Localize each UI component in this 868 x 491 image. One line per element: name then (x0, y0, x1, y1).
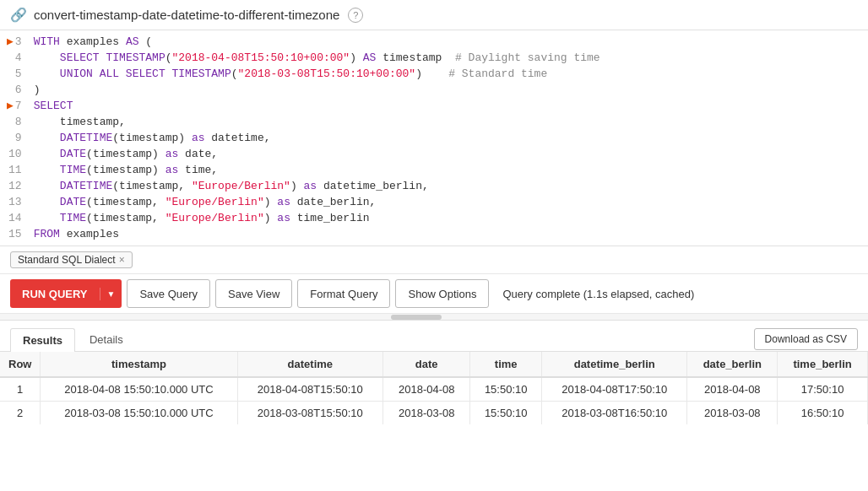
page-header: 🔗 convert-timestamp-date-datetime-to-dif… (0, 0, 868, 30)
table-row: 22018-03-08 15:50:10.000 UTC2018-03-08T1… (0, 402, 868, 425)
table-cell: 2018-03-08 15:50:10.000 UTC (41, 402, 237, 425)
query-status: Query complete (1.1s elapsed, cached) (502, 288, 694, 300)
code-line: DATE(timestamp) as date, (34, 146, 861, 162)
table-cell: 2018-03-08T15:50:10 (237, 402, 383, 425)
table-cell: 2 (0, 402, 41, 425)
table-header: datetime_berlin (541, 352, 687, 377)
format-query-button[interactable]: Format Query (297, 279, 390, 308)
results-tabs: Results Details Download as CSV (0, 321, 868, 352)
run-query-button[interactable]: RUN QUERY ▼ (10, 279, 122, 308)
page-title: convert-timestamp-date-datetime-to-diffe… (34, 8, 339, 22)
dialect-close[interactable]: × (119, 254, 125, 266)
table-cell: 2018-04-08 (383, 377, 470, 402)
table-header: date (383, 352, 470, 377)
code-line: timestamp, (34, 114, 861, 130)
code-line: DATETIME(timestamp) as datetime, (34, 130, 861, 146)
table-header: date_berlin (687, 352, 778, 377)
table-cell: 16:50:10 (778, 402, 868, 425)
code-line: TIME(timestamp) as time, (34, 162, 861, 178)
tab-results[interactable]: Results (10, 328, 75, 352)
table-cell: 2018-04-08T15:50:10 (237, 377, 383, 402)
scroll-thumb[interactable] (391, 315, 442, 320)
line-number: ▶7 (7, 98, 22, 114)
table-cell: 2018-04-08T17:50:10 (541, 377, 687, 402)
line-number: 4 (7, 50, 22, 66)
table-header: datetime (237, 352, 383, 377)
code-line: ) (34, 82, 861, 98)
code-line: WITH examples AS ( (34, 34, 861, 50)
line-number: 9 (7, 130, 22, 146)
table-cell: 2018-04-08 (687, 377, 778, 402)
results-container: Results Details Download as CSV Rowtimes… (0, 314, 868, 424)
line-number: 14 (7, 210, 22, 226)
link-icon: 🔗 (10, 7, 27, 23)
tab-details[interactable]: Details (77, 327, 136, 351)
run-query-dropdown-arrow[interactable]: ▼ (100, 289, 122, 299)
dialect-toolbar: Standard SQL Dialect × (0, 246, 868, 273)
action-toolbar: RUN QUERY ▼ Save Query Save View Format … (0, 273, 868, 314)
code-line: TIME(timestamp, "Europe/Berlin") as time… (34, 210, 861, 226)
line-number: 13 (7, 194, 22, 210)
download-csv-button[interactable]: Download as CSV (754, 328, 858, 350)
results-table: Rowtimestampdatetimedatetimedatetime_ber… (0, 352, 868, 424)
table-header: time (470, 352, 542, 377)
table-cell: 1 (0, 377, 41, 402)
table-header: Row (0, 352, 41, 377)
table-cell: 2018-04-08 15:50:10.000 UTC (41, 377, 237, 402)
line-number: 8 (7, 114, 22, 130)
save-view-button[interactable]: Save View (215, 279, 292, 308)
table-cell: 17:50:10 (778, 377, 868, 402)
show-options-button[interactable]: Show Options (395, 279, 489, 308)
table-cell: 2018-03-08 (383, 402, 470, 425)
line-number: 12 (7, 178, 22, 194)
dialect-badge: Standard SQL Dialect × (10, 251, 133, 268)
table-cell: 15:50:10 (470, 402, 542, 425)
line-number: 11 (7, 162, 22, 178)
code-line: SELECT (34, 98, 861, 114)
table-header: timestamp (41, 352, 237, 377)
line-number: 10 (7, 146, 22, 162)
table-cell: 2018-03-08T16:50:10 (541, 402, 687, 425)
table-row: 12018-04-08 15:50:10.000 UTC2018-04-08T1… (0, 377, 868, 402)
horizontal-scrollbar[interactable] (0, 314, 868, 321)
line-number: 5 (7, 66, 22, 82)
code-line: UNION ALL SELECT TIMESTAMP("2018-03-08T1… (34, 66, 861, 82)
help-icon[interactable]: ? (348, 8, 363, 23)
save-query-button[interactable]: Save Query (127, 279, 210, 308)
line-number: 15 (7, 226, 22, 242)
line-number: ▶3 (7, 34, 22, 50)
run-query-label: RUN QUERY (10, 288, 100, 300)
code-editor[interactable]: ▶3456▶789101112131415WITH examples AS ( … (0, 30, 868, 246)
line-number: 6 (7, 82, 22, 98)
code-line: DATETIME(timestamp, "Europe/Berlin") as … (34, 178, 861, 194)
code-line: DATE(timestamp, "Europe/Berlin") as date… (34, 194, 861, 210)
table-cell: 15:50:10 (470, 377, 542, 402)
table-header: time_berlin (778, 352, 868, 377)
table-cell: 2018-03-08 (687, 402, 778, 425)
code-line: SELECT TIMESTAMP("2018-04-08T15:50:10+00… (34, 50, 861, 66)
dialect-label: Standard SQL Dialect (18, 254, 116, 266)
code-line: FROM examples (34, 226, 861, 242)
